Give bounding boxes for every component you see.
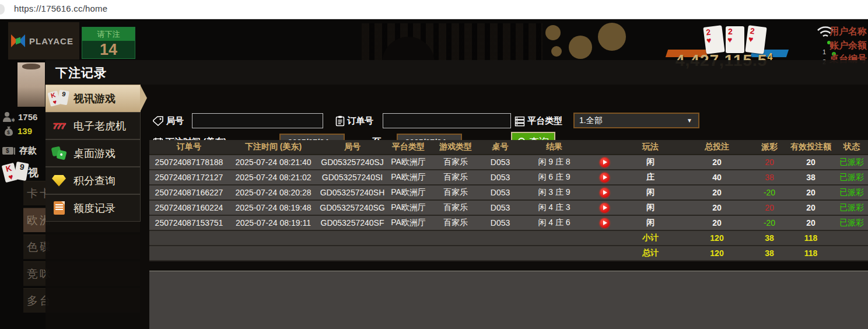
order-number-input[interactable] <box>383 113 511 128</box>
playing-card: 2♥ <box>703 25 724 54</box>
order-cell: 250724087153751 <box>149 216 229 231</box>
total-bet-cell: 20 <box>681 186 752 201</box>
payout-sum: 38 <box>752 246 786 261</box>
game-cell: 百家乐 <box>430 201 481 216</box>
sidebar-item-video-games[interactable]: K♥9 视讯游戏 <box>46 85 141 112</box>
username-label: 用户名称 <box>830 26 868 38</box>
play-video-button[interactable] <box>600 203 610 213</box>
game-background: PLAYACE 请下注 14 2♥ 2♥ 2♥ 4,427,115.54 1 2… <box>0 19 868 329</box>
order-cell: 250724087166227 <box>149 186 229 201</box>
game-cell: 百家乐 <box>430 186 481 201</box>
sidebar-item-credit-records[interactable]: 额度记录 <box>46 194 141 222</box>
total-bet-sum: 120 <box>681 246 752 261</box>
play-video-button[interactable] <box>600 173 610 183</box>
result-cell: 闲 3 庄 9 <box>519 186 589 201</box>
svg-text:$: $ <box>7 130 10 135</box>
avatar <box>18 62 45 107</box>
balance-label: 账户余额 <box>830 40 868 52</box>
table-row: 2507240871602242025-07-24 08:19:48GD0532… <box>149 201 868 216</box>
playing-card: 2♥ <box>745 25 766 54</box>
platform-type-select[interactable]: 1.全部 ▼ <box>573 113 699 128</box>
table-no-cell: D053 <box>481 216 519 231</box>
empty-cell <box>835 231 868 246</box>
column-header: 状态 <box>835 140 868 155</box>
status-cell: 已派彩 <box>835 186 868 201</box>
play-video-button[interactable] <box>600 218 610 228</box>
payout-cell: 20 <box>752 201 786 216</box>
server-stack-icon <box>514 116 525 127</box>
play-type-cell: 庄 <box>620 170 681 186</box>
chevron-down-icon: ▼ <box>687 117 692 124</box>
round-number-input[interactable] <box>192 113 323 128</box>
round-cell: GD053257240SJ <box>318 155 387 170</box>
platform-type-label: 平台类型 <box>514 116 562 127</box>
column-header <box>589 140 620 155</box>
empty-cell <box>149 231 620 246</box>
order-cell: 250724087160224 <box>149 201 229 216</box>
browser-address-bar[interactable]: https://175616.cc/home <box>0 0 868 19</box>
column-header: 平台类型 <box>387 140 430 155</box>
status-cell: 已派彩 <box>835 216 868 231</box>
platform-cell: PA欧洲厅 <box>387 216 430 231</box>
play-type-cell: 闲 <box>620 201 681 216</box>
valid-bet-cell: 38 <box>786 170 835 186</box>
table-no-cell: D053 <box>481 170 519 186</box>
bet-records-table: 订单号下注时间 (美东)局号平台类型游戏类型桌号结果玩法总投注派彩有效投注额状态… <box>149 140 868 261</box>
column-header: 玩法 <box>620 140 681 155</box>
total-row-label: 总计 <box>620 246 681 261</box>
column-header: 游戏类型 <box>430 140 481 155</box>
column-header: 总投注 <box>681 140 752 155</box>
platform-cell: PA欧洲厅 <box>387 155 430 170</box>
balance-value: 139 <box>18 126 32 136</box>
result-cell: 闲 9 庄 8 <box>519 155 589 170</box>
countdown-value: 14 <box>82 41 135 60</box>
payout-cell: -20 <box>752 216 786 231</box>
subtotal-row: 小计12038118 <box>149 231 868 246</box>
valid-bet-sum: 118 <box>786 231 835 246</box>
total-bet-cell: 40 <box>681 170 752 186</box>
replay-cell <box>589 155 620 170</box>
platform-cell: PA欧洲厅 <box>387 186 430 201</box>
svg-text:✱: ✱ <box>11 117 15 123</box>
valid-bet-sum: 118 <box>786 246 835 261</box>
order-cell: 250724087178188 <box>149 155 229 170</box>
game-cell: 百家乐 <box>430 170 481 186</box>
video-games-shortcut[interactable]: K♥9 视 <box>4 163 38 182</box>
payout-sum: 38 <box>752 231 786 246</box>
valid-bet-cell: 20 <box>786 186 835 201</box>
round-cell: GD053257240SF <box>318 216 387 231</box>
deposit-button[interactable]: $ 存款 <box>2 145 37 156</box>
document-icon <box>49 201 69 215</box>
play-video-button[interactable] <box>600 158 610 167</box>
replay-cell <box>589 186 620 201</box>
panel-number: 1 <box>822 48 826 55</box>
logo-text: PLAYACE <box>29 36 74 46</box>
status-cell: 已派彩 <box>835 170 868 186</box>
moneybag-icon: $ <box>4 125 14 136</box>
clipboard-icon <box>335 116 345 127</box>
screen: https://175616.cc/home PLAYACE 请下注 14 2♥… <box>0 0 868 329</box>
order-cell: 250724087172127 <box>149 170 229 186</box>
table-row: 2507240871781882025-07-24 08:21:40GD0532… <box>149 155 868 170</box>
time-cell: 2025-07-24 08:19:48 <box>229 201 318 216</box>
result-cell: 闲 6 庄 9 <box>519 170 589 186</box>
sidebar-item-points-query[interactable]: 积分查询 <box>46 167 141 194</box>
time-cell: 2025-07-24 08:21:02 <box>229 170 318 186</box>
result-cell: 闲 4 庄 6 <box>519 216 589 231</box>
table-no-cell: D053 <box>481 186 519 201</box>
play-video-button[interactable] <box>600 188 610 198</box>
deposit-label: 存款 <box>19 145 37 156</box>
sidebar-item-slots[interactable]: 777 电子老虎机 <box>46 112 141 139</box>
url-text[interactable]: https://175616.cc/home <box>14 4 107 13</box>
decor-blob <box>551 46 562 57</box>
order-number-label: 订单号 <box>335 116 373 127</box>
user-id-value: 1756 <box>18 112 37 122</box>
payout-cell: 20 <box>752 155 786 170</box>
empty-cell <box>835 246 868 261</box>
time-cell: 2025-07-24 08:21:40 <box>229 155 318 170</box>
time-cell: 2025-07-24 08:19:11 <box>229 216 318 231</box>
balance-row: $ 139 <box>4 125 32 136</box>
sidebar-item-table-games[interactable]: 桌面游戏 <box>46 139 141 167</box>
bet-countdown-box: 请下注 14 <box>82 27 135 59</box>
time-cell: 2025-07-24 08:20:28 <box>229 186 318 201</box>
